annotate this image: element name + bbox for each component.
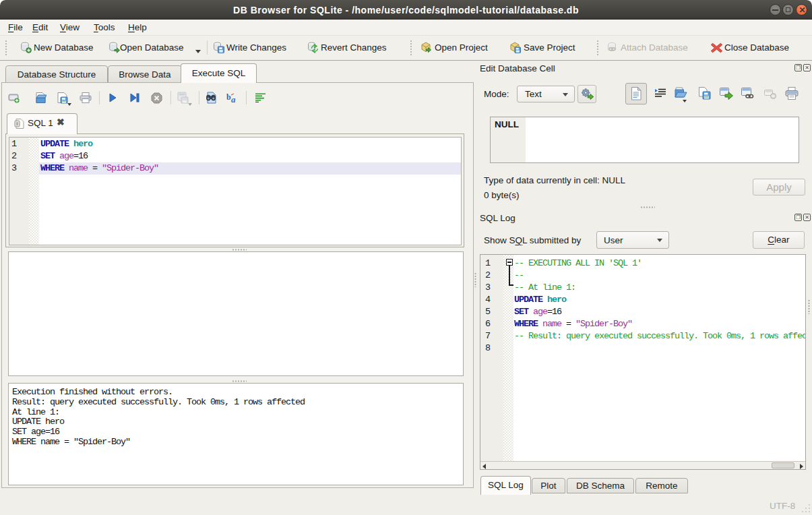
svg-text:b: b <box>226 92 231 102</box>
svg-text:a: a <box>231 94 236 104</box>
